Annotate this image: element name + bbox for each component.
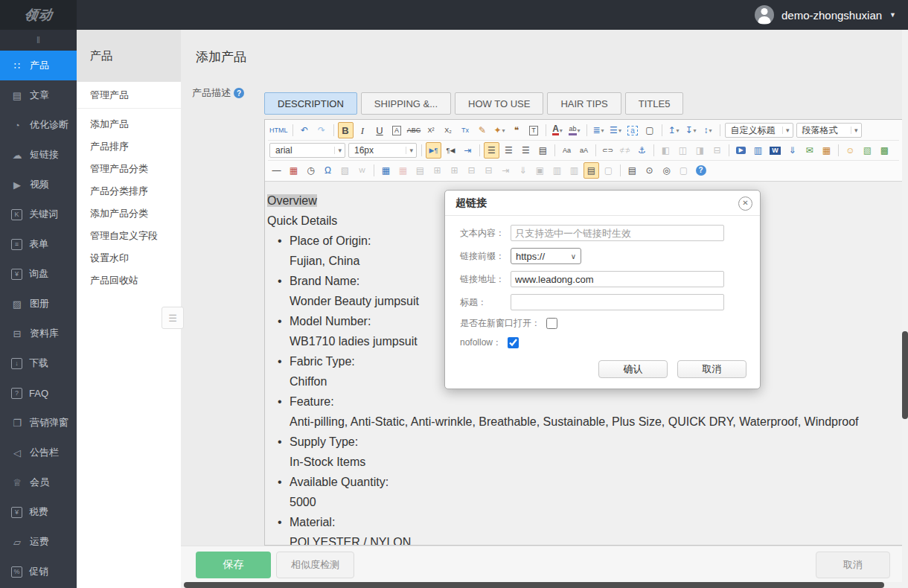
interlace-table-button[interactable]: ▤ <box>584 162 599 179</box>
link-prefix-select[interactable]: https:// ∨ <box>511 248 581 264</box>
redo-button[interactable]: ↷ <box>314 122 330 138</box>
insert-table-button[interactable]: ▦ <box>378 162 394 179</box>
anchor-button[interactable]: ⚓ <box>634 142 650 159</box>
anchor-text-button[interactable]: a <box>625 122 641 138</box>
sidebar-item-downloads[interactable]: ↓ 下载 <box>0 348 77 378</box>
format-painter-button[interactable]: ✎ <box>475 122 490 138</box>
ordered-list-button[interactable]: ≣▾ <box>591 122 607 138</box>
local-video-button[interactable]: ▥ <box>750 142 766 159</box>
submenu-item-category-sort[interactable]: 产品分类排序 <box>77 180 181 202</box>
sidebar-item-inquiries[interactable]: ¥ 询盘 <box>0 259 77 289</box>
subscript-button[interactable]: X₂ <box>441 122 456 138</box>
font-color-button[interactable]: A▾ <box>550 122 566 138</box>
submenu-item-manage-categories[interactable]: 管理产品分类 <box>77 158 181 180</box>
align-justify-button[interactable]: ▤ <box>535 142 551 159</box>
baidu-map-button[interactable]: ▩ <box>877 142 892 159</box>
dialog-cancel-button[interactable]: 取消 <box>677 360 746 378</box>
remove-format-button[interactable]: Tx <box>458 122 473 138</box>
insert-time-button[interactable]: ◷ <box>303 162 319 179</box>
tab-how-to-use[interactable]: HOW TO USE <box>455 92 543 115</box>
sidebar-collapse-button[interactable]: ‖ <box>0 30 77 51</box>
emotion-button[interactable]: ☺ <box>843 142 858 159</box>
new-window-checkbox[interactable] <box>546 318 557 329</box>
blockquote-button[interactable]: ❝ <box>509 122 525 138</box>
nofollow-checkbox[interactable] <box>508 337 519 348</box>
sidebar-item-videos[interactable]: ▶ 视频 <box>0 170 77 199</box>
first-line-indent-button[interactable]: ⇥ <box>460 142 476 159</box>
strikethrough-button[interactable]: ABC <box>406 122 422 138</box>
sidebar-item-albums[interactable]: ▨ 图册 <box>0 289 77 319</box>
undo-button[interactable]: ↶ <box>297 122 313 138</box>
insert-link-button[interactable]: ⊂⊃ <box>600 142 616 159</box>
submenu-item-add-category[interactable]: 添加产品分类 <box>77 202 181 225</box>
sidebar-item-shipping-fee[interactable]: ▱ 运费 <box>0 527 77 557</box>
word-import-button[interactable]: W <box>767 142 783 159</box>
help-icon[interactable]: ? <box>234 88 244 98</box>
page-break-button[interactable]: ⇟ <box>894 142 899 159</box>
search-replace-button[interactable]: ◎ <box>659 162 674 179</box>
submenu-item-watermark[interactable]: 设置水印 <box>77 247 181 269</box>
tab-shipping[interactable]: SHIPPING &... <box>361 92 451 115</box>
underline-button[interactable]: U <box>372 122 388 138</box>
sidebar-item-seo-diagnosis[interactable]: ◔ 优化诊断 <box>0 110 77 140</box>
sidebar-item-keywords[interactable]: K 关键词 <box>0 199 77 229</box>
sidebar-item-marketing-popup[interactable]: ❐ 营销弹窗 <box>0 408 77 438</box>
dialog-confirm-button[interactable]: 确认 <box>598 360 668 378</box>
sidebar-item-members[interactable]: ♕ 会员 <box>0 467 77 497</box>
align-left-button[interactable]: ☰ <box>484 142 499 159</box>
sidebar-item-forms[interactable]: ≡ 表单 <box>0 229 77 259</box>
sidebar-item-promotions[interactable]: % 促销 <box>0 557 77 587</box>
highlight-color-button[interactable]: ab▾ <box>567 122 583 138</box>
rtl-paragraph-button[interactable]: ¶◀ <box>443 142 458 159</box>
sidebar-item-articles[interactable]: ▤ 文章 <box>0 80 77 110</box>
collapse-submenu-button[interactable]: ☰ <box>162 307 184 329</box>
submenu-item-custom-fields[interactable]: 管理自定义字段 <box>77 225 181 247</box>
paragraph-format-select[interactable]: 段落格式▾ <box>796 123 862 138</box>
link-text-input[interactable] <box>511 225 724 241</box>
align-right-button[interactable]: ☰ <box>518 142 534 159</box>
submenu-item-recycle-bin[interactable]: 产品回收站 <box>77 269 181 292</box>
save-button[interactable]: 保存 <box>196 552 271 578</box>
sidebar-item-announcements[interactable]: ◁ 公告栏 <box>0 438 77 467</box>
special-chars-button[interactable]: Ω <box>320 162 336 179</box>
tab-description[interactable]: DESCRIPTION <box>264 92 357 115</box>
to-uppercase-button[interactable]: Aa <box>559 142 575 159</box>
image-manager-button[interactable]: ▦ <box>819 142 834 159</box>
link-url-input[interactable] <box>511 271 724 287</box>
align-center-button[interactable]: ☰ <box>501 142 517 159</box>
sidebar-item-library[interactable]: ⊟ 资料库 <box>0 319 77 348</box>
sidebar-item-short-links[interactable]: ☁ 短链接 <box>0 140 77 170</box>
sidebar-item-faq[interactable]: ? FAQ <box>0 378 77 408</box>
submenu-item-add-product[interactable]: 添加产品 <box>77 113 181 135</box>
tab-title5[interactable]: TITLE5 <box>625 92 684 115</box>
html-source-button[interactable]: HTML <box>269 122 289 138</box>
submenu-item-product-sort[interactable]: 产品排序 <box>77 135 181 158</box>
insert-image-button[interactable]: ✉ <box>802 142 817 159</box>
font-size-select[interactable]: 16px▾ <box>348 143 417 158</box>
insert-date-button[interactable]: ▦ <box>286 162 301 179</box>
line-height-button[interactable]: ↕▾ <box>700 122 716 138</box>
link-title-input[interactable] <box>511 294 724 310</box>
auto-typeset-button[interactable]: ✦▾ <box>492 122 508 138</box>
horizontal-scrollbar-thumb[interactable] <box>184 582 884 588</box>
submenu-item-manage-products[interactable]: 管理产品 <box>77 82 181 109</box>
tab-hair-tips[interactable]: HAIR TIPS <box>547 92 621 115</box>
custom-title-select[interactable]: 自定义标题▾ <box>725 123 793 138</box>
bold-button[interactable]: B <box>338 122 354 138</box>
print-button[interactable]: ▤ <box>624 162 640 179</box>
insert-map-button[interactable]: ▧ <box>860 142 875 159</box>
char-border-button[interactable]: A <box>389 122 405 138</box>
help-button[interactable]: ? <box>693 162 709 179</box>
insert-video-button[interactable]: ▶ <box>733 142 749 159</box>
ltr-paragraph-button[interactable]: ▶¶ <box>426 142 441 159</box>
superscript-button[interactable]: X² <box>423 122 439 138</box>
preview-button[interactable]: ⊙ <box>642 162 657 179</box>
to-lowercase-button[interactable]: aA <box>576 142 592 159</box>
paragraph-spacing-top-button[interactable]: ↥▾ <box>666 122 682 138</box>
italic-button[interactable]: I <box>355 122 371 138</box>
user-menu[interactable]: demo-zhongshuxian ▼ <box>755 0 896 30</box>
vertical-scrollbar-thumb[interactable] <box>902 331 908 419</box>
font-family-select[interactable]: arial▾ <box>269 143 345 158</box>
dialog-close-icon[interactable]: ✕ <box>738 196 752 211</box>
paste-text-button[interactable]: T <box>526 122 542 138</box>
